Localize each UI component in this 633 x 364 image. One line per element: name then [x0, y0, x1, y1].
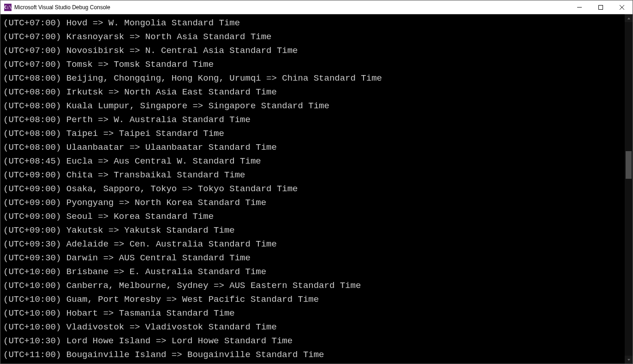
- console-line: (UTC+10:30) Lord Howe Island => Lord How…: [3, 334, 625, 348]
- console-line: (UTC+08:00) Beijing, Chongqing, Hong Kon…: [3, 71, 625, 85]
- console-line: (UTC+09:30) Darwin => AUS Central Standa…: [3, 251, 625, 265]
- chevron-down-icon: [627, 358, 631, 362]
- console-line: (UTC+09:00) Yakutsk => Yakutsk Standard …: [3, 223, 625, 237]
- maximize-icon: [598, 5, 603, 10]
- console-line: (UTC+09:00) Chita => Transbaikal Standar…: [3, 168, 625, 182]
- app-icon: C:\: [4, 4, 12, 11]
- minimize-icon: [577, 5, 582, 10]
- scroll-down-button[interactable]: [625, 356, 633, 364]
- console-line: (UTC+08:00) Ulaanbaatar => Ulaanbaatar S…: [3, 141, 625, 154]
- console-line: (UTC+08:00) Perth => W. Australia Standa…: [3, 113, 625, 127]
- scroll-track[interactable]: [625, 22, 633, 356]
- scroll-up-button[interactable]: [625, 14, 633, 22]
- console-output[interactable]: (UTC+07:00) Hovd => W. Mongolia Standard…: [0, 14, 625, 364]
- minimize-button[interactable]: [569, 0, 590, 14]
- console-line: (UTC+09:30) Adelaide => Cen. Australia S…: [3, 237, 625, 251]
- window-frame: C:\ Microsoft Visual Studio Debug Consol…: [0, 0, 633, 364]
- console-line: (UTC+10:00) Vladivostok => Vladivostok S…: [3, 320, 625, 334]
- svg-marker-4: [627, 18, 630, 19]
- console-line: (UTC+08:00) Kuala Lumpur, Singapore => S…: [3, 99, 625, 113]
- chevron-up-icon: [627, 17, 631, 20]
- svg-rect-1: [599, 5, 603, 9]
- console-line: (UTC+10:00) Hobart => Tasmania Standard …: [3, 306, 625, 320]
- close-icon: [620, 5, 624, 10]
- svg-marker-5: [627, 359, 630, 361]
- window-controls: [569, 0, 633, 14]
- client-area: (UTC+07:00) Hovd => W. Mongolia Standard…: [0, 14, 633, 364]
- console-line: (UTC+07:00) Krasnoyarsk => North Asia St…: [3, 30, 625, 44]
- console-line: (UTC+10:00) Canberra, Melbourne, Sydney …: [3, 279, 625, 293]
- console-line: (UTC+07:00) Hovd => W. Mongolia Standard…: [3, 16, 625, 30]
- titlebar[interactable]: C:\ Microsoft Visual Studio Debug Consol…: [0, 0, 633, 14]
- window-title: Microsoft Visual Studio Debug Console: [14, 4, 569, 11]
- console-line: (UTC+10:00) Guam, Port Moresby => West P…: [3, 293, 625, 306]
- console-line: (UTC+11:00) Bougainville Island => Bouga…: [3, 348, 625, 362]
- console-line: (UTC+08:00) Taipei => Taipei Standard Ti…: [3, 127, 625, 141]
- console-line: (UTC+07:00) Tomsk => Tomsk Standard Time: [3, 58, 625, 71]
- vertical-scrollbar[interactable]: [625, 14, 633, 364]
- scroll-thumb[interactable]: [626, 151, 632, 179]
- close-button[interactable]: [611, 0, 633, 14]
- console-line: (UTC+08:00) Irkutsk => North Asia East S…: [3, 85, 625, 99]
- console-line: (UTC+09:00) Osaka, Sapporo, Tokyo => Tok…: [3, 182, 625, 196]
- maximize-button[interactable]: [590, 0, 611, 14]
- console-line: (UTC+09:00) Seoul => Korea Standard Time: [3, 210, 625, 223]
- console-line: (UTC+09:00) Pyongyang => North Korea Sta…: [3, 196, 625, 210]
- console-line: (UTC+07:00) Novosibirsk => N. Central As…: [3, 44, 625, 58]
- console-line: (UTC+08:45) Eucla => Aus Central W. Stan…: [3, 154, 625, 168]
- console-line: (UTC+10:00) Brisbane => E. Australia Sta…: [3, 265, 625, 279]
